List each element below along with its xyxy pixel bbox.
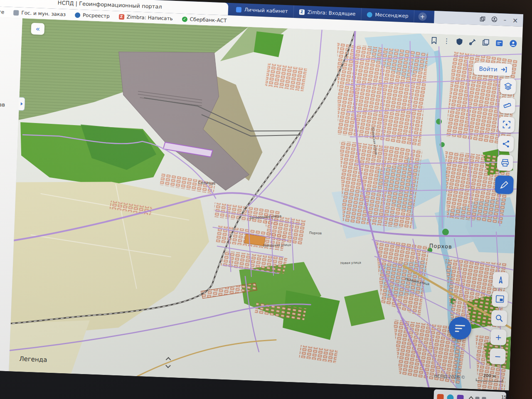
sidebar-collapse-button[interactable]: « bbox=[31, 23, 44, 35]
scale-bar: 200 м bbox=[476, 373, 503, 382]
tab-label: Личный кабинет bbox=[244, 7, 288, 14]
town-label: Порхов bbox=[429, 243, 452, 250]
bookmark-gos-zakaz[interactable]: Гос. и мун. заказ bbox=[13, 10, 66, 17]
tab-label: Zimbra: Входящие bbox=[307, 9, 355, 17]
bookmark-sberbank-ast[interactable]: ✓ Сбербанк-АСТ bbox=[182, 16, 227, 24]
place-label: Селище bbox=[198, 180, 215, 185]
tray-chevron-icon bbox=[469, 396, 473, 399]
minimize-button[interactable]: – bbox=[503, 17, 506, 23]
taskbar-app-icon-2[interactable] bbox=[447, 394, 454, 399]
bookmark-label: Zimbra: Написать bbox=[126, 14, 173, 22]
taskbar-app-icon-3[interactable] bbox=[457, 395, 464, 399]
taskbar-clock[interactable]: 15:15 01.04.2026 bbox=[489, 394, 513, 399]
bookmark-label: Гос. и мун. заказ bbox=[21, 10, 66, 17]
locate-button[interactable] bbox=[493, 272, 509, 288]
profile-icon[interactable] bbox=[491, 16, 498, 22]
place-label: Порхов bbox=[309, 231, 322, 235]
page-title: НСПД | Геоинформационный портал bbox=[58, 0, 162, 10]
legend-label: Легенда bbox=[19, 355, 47, 364]
print-button[interactable] bbox=[497, 155, 513, 171]
zimbra-favicon: Z bbox=[299, 9, 305, 15]
bookmark-label: Сбербанк-АСТ bbox=[190, 16, 227, 23]
bookmark-label: Росреестр bbox=[83, 12, 110, 19]
close-button[interactable]: × bbox=[512, 16, 518, 25]
zoom-out-button[interactable]: − bbox=[490, 348, 506, 365]
legend-toggle[interactable] bbox=[166, 358, 170, 367]
tray-icon bbox=[475, 397, 479, 399]
bookmark-label: акте bbox=[0, 9, 5, 15]
tray-icon bbox=[482, 397, 486, 399]
scale-label: 200 м bbox=[483, 373, 495, 378]
messenger-favicon bbox=[367, 12, 372, 17]
tools-icon[interactable] bbox=[469, 38, 476, 46]
windows-taskbar: 15:15 01.04.2026 bbox=[433, 389, 506, 399]
monitor-screen: НСПД | Геоинформационный портал Личный к… bbox=[0, 0, 523, 399]
clock-time: 15:15 bbox=[501, 395, 513, 399]
measure-button[interactable] bbox=[499, 97, 515, 113]
extent-button[interactable] bbox=[498, 116, 515, 133]
mini-map-button[interactable] bbox=[492, 291, 508, 307]
bookmark-rosreestr[interactable]: Росреестр bbox=[75, 12, 110, 19]
taskbar-app-icon-1[interactable] bbox=[437, 394, 444, 399]
bookmark-vk[interactable]: акте bbox=[0, 8, 5, 15]
login-button[interactable]: Войти bbox=[474, 62, 512, 76]
panel-text-fragment: остав bbox=[0, 101, 5, 108]
photo-of-monitor: НСПД | Геоинформационный портал Личный к… bbox=[0, 0, 532, 399]
new-tab-button[interactable]: + bbox=[418, 12, 427, 21]
document-icon bbox=[13, 10, 19, 15]
street-label: Новая улица bbox=[340, 261, 361, 265]
personal-cabinet-favicon bbox=[236, 7, 241, 12]
shield-icon[interactable] bbox=[456, 37, 463, 45]
rosreestr-icon bbox=[75, 12, 80, 17]
search-area-button[interactable] bbox=[491, 310, 507, 326]
login-label: Войти bbox=[479, 65, 498, 73]
user-account-icon[interactable] bbox=[509, 39, 517, 48]
tab-overview-icon[interactable] bbox=[480, 16, 485, 22]
bookmark-flag-icon[interactable] bbox=[431, 37, 437, 44]
panel-expand-handle[interactable] bbox=[18, 97, 25, 111]
kebab-menu-icon[interactable]: ⋮ bbox=[443, 37, 450, 45]
system-tray[interactable] bbox=[469, 397, 486, 399]
bookmark-zimbra-compose[interactable]: Z Zimbra: Написать bbox=[118, 14, 172, 22]
tab-label: Мессенджер bbox=[375, 12, 409, 19]
zimbra-icon: Z bbox=[118, 14, 124, 19]
map-canvas[interactable]: Селище Загородная улица Порхов Порхов За… bbox=[9, 18, 522, 391]
sberbank-check-icon: ✓ bbox=[182, 16, 187, 22]
chevron-right-icon bbox=[20, 102, 22, 106]
zoom-in-button[interactable]: + bbox=[490, 329, 506, 345]
share-button[interactable] bbox=[498, 135, 514, 152]
login-arrow-icon bbox=[501, 66, 507, 73]
map-sheets-icon[interactable] bbox=[482, 39, 490, 46]
draw-tool-button-active[interactable] bbox=[495, 175, 514, 195]
layers-button[interactable] bbox=[500, 78, 516, 94]
service-card-icon[interactable] bbox=[495, 39, 503, 47]
map-area: Селище Загородная улица Порхов Порхов За… bbox=[9, 18, 522, 391]
tab-messenger[interactable]: Мессенджер bbox=[361, 8, 414, 22]
